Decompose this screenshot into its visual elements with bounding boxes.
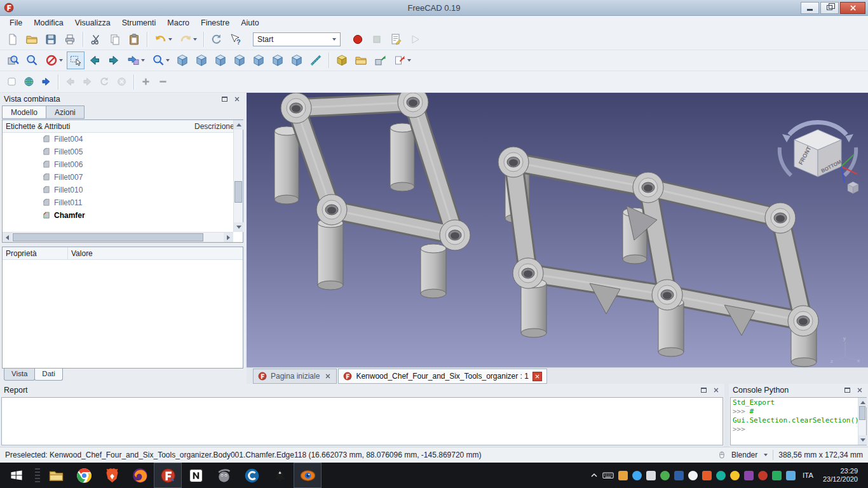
tray-icon[interactable] bbox=[632, 471, 642, 480]
tray-icon[interactable] bbox=[674, 471, 684, 480]
menu-visualizza[interactable]: Visualizza bbox=[69, 17, 116, 29]
cut-button[interactable] bbox=[87, 30, 105, 48]
taskbar-chrome[interactable] bbox=[70, 463, 98, 488]
navigation-cube[interactable]: FRONT BOTTOM bbox=[770, 94, 865, 196]
close-button[interactable] bbox=[840, 2, 865, 14]
save-button[interactable] bbox=[42, 30, 60, 48]
zoom-button[interactable] bbox=[149, 51, 172, 69]
taskbar-cura[interactable] bbox=[238, 463, 266, 488]
tree-horizontal-scrollbar[interactable] bbox=[3, 232, 233, 242]
tray-icon[interactable] bbox=[744, 471, 754, 480]
scroll-right-button[interactable] bbox=[224, 233, 233, 242]
tray-icon[interactable] bbox=[772, 471, 782, 480]
zoom-in-button[interactable] bbox=[138, 74, 154, 90]
open-file-button[interactable] bbox=[23, 30, 41, 48]
tab-start-page[interactable]: Pagina iniziale bbox=[253, 369, 337, 384]
box-element-selection-button[interactable] bbox=[67, 51, 85, 69]
menu-strumenti[interactable]: Strumenti bbox=[116, 17, 162, 29]
report-header[interactable]: Report bbox=[0, 384, 724, 396]
python-console-header[interactable]: Console Python bbox=[729, 384, 868, 396]
python-console-content[interactable]: Std_Export >>> # Gui.Selection.clearSele… bbox=[730, 397, 867, 445]
browser-forward-button[interactable] bbox=[38, 74, 54, 90]
3d-viewport[interactable]: FRONT BOTTOM y x z bbox=[247, 93, 868, 367]
tray-icon[interactable] bbox=[730, 471, 740, 480]
measure-distance-button[interactable] bbox=[307, 51, 325, 69]
tray-icon[interactable] bbox=[758, 471, 768, 480]
macro-record-button[interactable] bbox=[349, 30, 367, 48]
view-left-button[interactable] bbox=[288, 51, 306, 69]
new-file-button[interactable] bbox=[4, 30, 22, 48]
stop-loading-button[interactable] bbox=[4, 74, 20, 90]
chevron-down-icon[interactable] bbox=[764, 454, 768, 456]
fit-selection-button[interactable] bbox=[23, 51, 41, 69]
tree-item-chamfer[interactable]: Chamfer bbox=[3, 209, 233, 222]
tray-icon[interactable] bbox=[716, 471, 726, 480]
navigate-back-button[interactable] bbox=[86, 51, 104, 69]
forward-button[interactable] bbox=[79, 74, 95, 90]
taskbar-freecad[interactable] bbox=[154, 463, 182, 488]
copy-button[interactable] bbox=[106, 30, 124, 48]
stop-button[interactable] bbox=[114, 74, 130, 90]
tab-dati[interactable]: Dati bbox=[34, 369, 62, 381]
view-top-button[interactable] bbox=[212, 51, 229, 69]
panel-splitter[interactable] bbox=[724, 384, 729, 447]
menu-file[interactable]: File bbox=[4, 17, 28, 29]
view-rear-button[interactable] bbox=[250, 51, 268, 69]
undo-button[interactable] bbox=[151, 30, 175, 48]
workbench-selector[interactable]: Start bbox=[253, 32, 341, 46]
fit-all-button[interactable] bbox=[4, 51, 22, 69]
float-panel-button[interactable] bbox=[699, 386, 708, 395]
print-button[interactable] bbox=[61, 30, 79, 48]
tray-icon[interactable] bbox=[646, 471, 656, 480]
web-home-button[interactable] bbox=[21, 74, 37, 90]
maximize-button[interactable] bbox=[820, 2, 839, 14]
language-indicator[interactable]: ITA bbox=[800, 471, 816, 479]
taskbar-grip[interactable] bbox=[35, 468, 40, 482]
tray-icon[interactable] bbox=[618, 471, 628, 480]
taskbar-brave[interactable] bbox=[98, 463, 126, 488]
tree-item-fillet011[interactable]: Fillet011 bbox=[3, 196, 233, 209]
menu-aiuto[interactable]: Aiuto bbox=[235, 17, 265, 29]
close-tab-button[interactable] bbox=[532, 372, 542, 381]
navcube-mini-cube[interactable] bbox=[848, 182, 858, 193]
tree-vertical-scrollbar[interactable] bbox=[233, 120, 243, 232]
view-front-button[interactable] bbox=[193, 51, 210, 69]
link-view-button[interactable] bbox=[124, 51, 147, 69]
menu-modifica[interactable]: Modifica bbox=[28, 17, 69, 29]
view-axonometric-button[interactable] bbox=[173, 51, 191, 69]
tab-azioni[interactable]: Azioni bbox=[46, 105, 85, 119]
taskbar-file-explorer[interactable] bbox=[42, 463, 70, 488]
scrollbar-thumb[interactable] bbox=[859, 406, 865, 420]
tree-item-fillet007[interactable]: Fillet007 bbox=[3, 171, 233, 184]
scroll-up-button[interactable] bbox=[234, 120, 243, 130]
taskbar-image-viewer[interactable] bbox=[294, 463, 322, 488]
macro-stop-button[interactable] bbox=[368, 30, 386, 48]
whats-this-button[interactable] bbox=[227, 30, 245, 48]
menu-macro[interactable]: Macro bbox=[161, 17, 195, 29]
scroll-down-button[interactable] bbox=[858, 435, 867, 445]
tab-vista[interactable]: Vista bbox=[4, 369, 35, 381]
scroll-down-button[interactable] bbox=[234, 222, 243, 232]
tree-item-fillet004[interactable]: Fillet004 bbox=[3, 133, 233, 146]
menu-finestre[interactable]: Finestre bbox=[195, 17, 235, 29]
export-button[interactable] bbox=[371, 51, 389, 69]
scrollbar-thumb[interactable] bbox=[234, 181, 242, 203]
paste-button[interactable] bbox=[125, 30, 143, 48]
tray-icon[interactable] bbox=[660, 471, 670, 480]
start-button[interactable] bbox=[0, 463, 33, 488]
taskbar-inkscape[interactable] bbox=[266, 463, 294, 488]
view-bottom-button[interactable] bbox=[269, 51, 287, 69]
part-primitive-button[interactable] bbox=[333, 51, 351, 69]
macro-edit-button[interactable] bbox=[387, 30, 405, 48]
navigate-forward-button[interactable] bbox=[105, 51, 123, 69]
close-tab-button[interactable] bbox=[323, 372, 332, 381]
nav-style-selector[interactable]: Blender bbox=[731, 451, 757, 459]
tree-item-fillet005[interactable]: Fillet005 bbox=[3, 146, 233, 158]
tab-document-kenwood[interactable]: Kenwood_Chef_Four_and_Six_Tools_organize… bbox=[338, 369, 547, 384]
view-right-button[interactable] bbox=[231, 51, 248, 69]
keyboard-icon[interactable] bbox=[602, 470, 614, 481]
float-panel-button[interactable] bbox=[220, 95, 229, 104]
taskbar-notion[interactable] bbox=[182, 463, 210, 488]
scrollbar-thumb[interactable] bbox=[13, 233, 203, 241]
minimize-button[interactable] bbox=[801, 2, 819, 14]
